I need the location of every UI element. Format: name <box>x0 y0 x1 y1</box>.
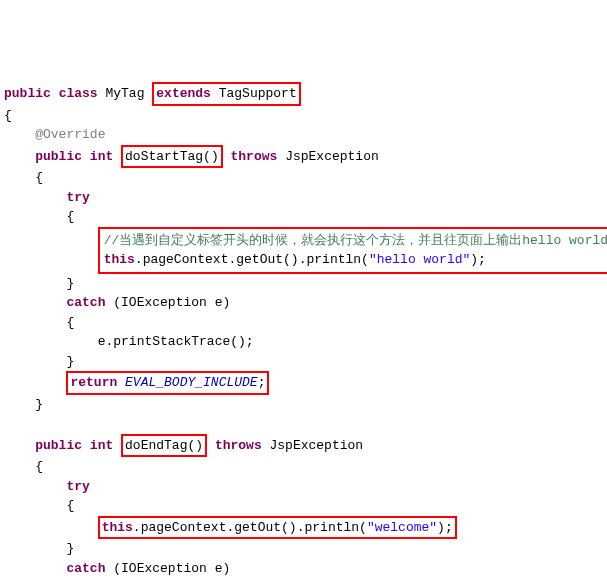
brace: { <box>66 498 74 513</box>
method-name: doStartTag() <box>125 149 219 164</box>
string-literal: "hello world" <box>369 252 470 267</box>
brace: { <box>35 459 43 474</box>
kw-throws: throws <box>215 438 262 453</box>
brace: { <box>66 315 74 330</box>
kw-int: int <box>90 149 113 164</box>
kw-this: this <box>104 252 135 267</box>
highlight-body1: //当遇到自定义标签开头的时候，就会执行这个方法，并且往页面上输出hello w… <box>98 227 607 274</box>
kw-return: return <box>70 375 117 390</box>
brace: } <box>35 397 43 412</box>
highlight-return1: return EVAL_BODY_INCLUDE; <box>66 371 269 395</box>
stmt-end: ); <box>437 520 453 535</box>
kw-int: int <box>90 438 113 453</box>
brace: } <box>66 276 74 291</box>
brace: { <box>4 108 12 123</box>
highlight-body2: this.pageContext.getOut().println("welco… <box>98 516 457 540</box>
string-literal: "welcome" <box>367 520 437 535</box>
call-chain: .pageContext.getOut().println( <box>133 520 367 535</box>
semicolon: ; <box>258 375 266 390</box>
kw-public: public <box>35 438 82 453</box>
kw-class: class <box>59 86 98 101</box>
brace: } <box>66 354 74 369</box>
code-block: public class MyTag extends TagSupport { … <box>4 82 603 578</box>
kw-throws: throws <box>231 149 278 164</box>
comment-line: //当遇到自定义标签开头的时候，就会执行这个方法，并且往页面上输出hello w… <box>104 233 607 248</box>
stmt-end: ); <box>470 252 486 267</box>
const-eval-body: EVAL_BODY_INCLUDE <box>125 375 258 390</box>
kw-catch: catch <box>66 561 105 576</box>
exception-type: JspException <box>270 438 364 453</box>
super-class: TagSupport <box>219 86 297 101</box>
kw-public: public <box>35 149 82 164</box>
brace: { <box>66 209 74 224</box>
brace: { <box>35 170 43 185</box>
kw-this: this <box>102 520 133 535</box>
class-name: MyTag <box>105 86 144 101</box>
call-chain: .pageContext.getOut().println( <box>135 252 369 267</box>
kw-try: try <box>66 190 89 205</box>
highlight-doendtag: doEndTag() <box>121 434 207 458</box>
brace: } <box>66 541 74 556</box>
annotation-override: @Override <box>35 127 105 142</box>
kw-catch: catch <box>66 295 105 310</box>
kw-try: try <box>66 479 89 494</box>
catch-params: (IOException e) <box>105 295 230 310</box>
highlight-dostarttag: doStartTag() <box>121 145 223 169</box>
catch-params: (IOException e) <box>105 561 230 576</box>
kw-public: public <box>4 86 51 101</box>
highlight-extends: extends TagSupport <box>152 82 300 106</box>
print-stack: e.printStackTrace(); <box>98 334 254 349</box>
kw-extends: extends <box>156 86 211 101</box>
method-name: doEndTag() <box>125 438 203 453</box>
exception-type: JspException <box>285 149 379 164</box>
